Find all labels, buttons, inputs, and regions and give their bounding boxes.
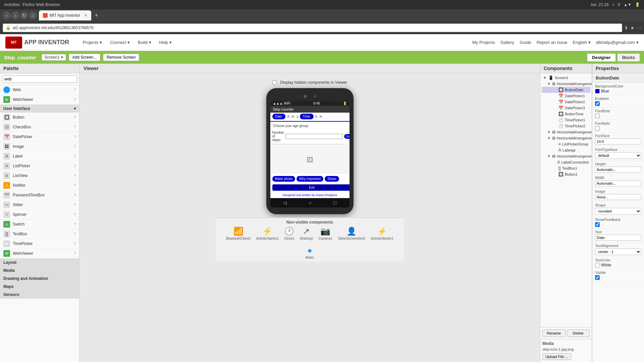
upload-file-button[interactable]: Upload File ... xyxy=(542,353,571,360)
tree-labelconnection[interactable]: A LabelConnection xyxy=(542,159,590,165)
switch-help[interactable]: ? xyxy=(74,222,76,226)
palette-item-label[interactable]: A Label ? xyxy=(0,152,79,161)
tree-datepicker2[interactable]: 📅 DatePicker2 xyxy=(542,99,590,105)
passwordtextbox-help[interactable]: ? xyxy=(74,193,76,197)
tree-timepicker1[interactable]: 🕐 TimePicker1 xyxy=(542,117,590,123)
text-input[interactable] xyxy=(595,235,641,241)
fonttypeface-select[interactable]: default serif monospace xyxy=(595,152,641,159)
bookmark-icon[interactable]: ★ xyxy=(630,25,635,31)
tree-screen1[interactable]: ▼ 📱 Screen1 xyxy=(542,75,590,81)
tree-datepicker1[interactable]: 📅 DatePicker1 xyxy=(542,93,590,99)
webviewer-help-icon[interactable]: ? xyxy=(74,98,76,102)
phone-recents-nav[interactable]: □ xyxy=(333,200,336,205)
visible-checkbox[interactable] xyxy=(595,275,600,280)
palette-item-timepicker[interactable]: 🕐 TimePicker ? xyxy=(0,239,79,249)
download-icon[interactable]: ⬇ xyxy=(624,25,628,31)
listview-help[interactable]: ? xyxy=(74,174,76,178)
phone-exit-btn[interactable]: Exit xyxy=(272,184,350,191)
guide-link[interactable]: Guide xyxy=(520,40,531,45)
prop-bgcolor-value[interactable]: Blue xyxy=(595,89,641,94)
prop-textcolor-value[interactable]: White xyxy=(595,263,641,267)
web-help-icon[interactable]: ? xyxy=(74,88,76,92)
browser-tab[interactable]: MIT App Inventor ✕ xyxy=(39,10,91,20)
user-interface-section[interactable]: User Interface ▾ xyxy=(0,105,79,113)
tree-ha3[interactable]: ▼ ⊞ HorizontalArrangement xyxy=(542,135,590,141)
width-input[interactable] xyxy=(595,180,641,186)
showfeedback-checkbox[interactable] xyxy=(595,222,600,227)
my-projects-link[interactable]: My Projects xyxy=(472,40,495,45)
palette-item-button[interactable]: 🔲 Button ? xyxy=(0,113,79,122)
palette-search-input[interactable] xyxy=(2,75,77,83)
screen1-toggle[interactable]: ▼ xyxy=(543,76,547,80)
phone-done-btn[interactable]: Done xyxy=(344,134,349,139)
notifier-help[interactable]: ? xyxy=(74,183,76,187)
palette-item-image[interactable]: 🖼 Image ? xyxy=(0,142,79,152)
add-screen-button[interactable]: Add Screen... xyxy=(69,54,101,61)
ha3-toggle[interactable]: ▼ xyxy=(547,136,551,140)
shape-select[interactable]: rounded default oval rect xyxy=(595,208,641,215)
phone-share-btn[interactable]: Share xyxy=(325,176,339,182)
palette-item-datepicker[interactable]: 📅 DatePicker ? xyxy=(0,132,79,142)
language-selector[interactable]: English ▾ xyxy=(573,40,591,45)
fontbold-checkbox[interactable] xyxy=(595,114,600,118)
ha2-toggle[interactable]: ▼ xyxy=(547,130,551,134)
screen-selector[interactable]: Screen1 ▾ xyxy=(42,54,66,61)
palette-item-spinner[interactable]: ○ Spinner ? xyxy=(0,210,79,220)
reload-button[interactable]: ↻ xyxy=(20,11,28,19)
datepicker-help[interactable]: ? xyxy=(74,135,76,139)
phone-steps-input[interactable] xyxy=(285,134,343,139)
activities-label[interactable]: Activities xyxy=(4,2,20,7)
hidden-components-checkbox[interactable] xyxy=(272,80,277,85)
listpicker-help[interactable]: ? xyxy=(74,164,76,168)
phone-why-important-btn[interactable]: Why important xyxy=(297,176,323,182)
hidden-components-toggle[interactable]: Display hidden components in Viewer xyxy=(272,80,347,85)
palette-item-slider[interactable]: — Slider ? xyxy=(0,200,79,210)
slider-help[interactable]: ? xyxy=(74,203,76,207)
palette-item-textbox[interactable]: [] TextBox ? xyxy=(0,229,79,239)
report-issue-link[interactable]: Report an Issue xyxy=(537,40,568,45)
tree-ha4[interactable]: ▼ ⊞ HorizontalArrangement xyxy=(542,153,590,159)
ha4-toggle[interactable]: ▼ xyxy=(547,154,551,158)
layout-section[interactable]: Layout xyxy=(0,258,79,266)
designer-button[interactable]: Designer xyxy=(587,53,616,62)
new-tab-button[interactable]: + xyxy=(95,12,98,19)
tree-button1[interactable]: 🔲 Button1 xyxy=(542,171,590,177)
palette-item-web[interactable]: 🌐 Web ? xyxy=(0,85,79,95)
nav-projects[interactable]: Projects ▾ xyxy=(79,39,105,46)
height-input[interactable] xyxy=(595,167,641,173)
tree-ha1[interactable]: ▼ ⊞ HorizontalArrangement xyxy=(542,81,590,87)
back-button[interactable]: ‹ xyxy=(3,11,11,19)
palette-item-webviewer[interactable]: W WebViewer ? xyxy=(0,95,79,105)
nav-help[interactable]: Help ▾ xyxy=(156,39,175,46)
palette-item-switch[interactable]: ⊙ Switch ? xyxy=(0,220,79,229)
textbox-help[interactable]: ? xyxy=(74,232,76,236)
image-help[interactable]: ? xyxy=(74,144,76,148)
fontsize-input[interactable] xyxy=(595,138,641,144)
tree-labelge[interactable]: A Labelge xyxy=(542,147,590,153)
tree-buttondate[interactable]: 🔲 ButtonDate xyxy=(542,87,590,93)
nav-build[interactable]: Build ▾ xyxy=(135,39,155,46)
delete-button[interactable]: Delete xyxy=(567,329,590,337)
palette-item-passwordtextbox[interactable]: *** PasswordTextBox ? xyxy=(0,190,79,200)
sensors-section[interactable]: Sensors xyxy=(0,291,79,299)
fontitalic-checkbox[interactable] xyxy=(595,126,600,131)
maps-section[interactable]: Maps xyxy=(0,283,79,291)
home-button[interactable]: ⌂ xyxy=(29,11,37,19)
palette-item-checkbox[interactable]: ☑ CheckBox ? xyxy=(0,122,79,132)
browser-label[interactable]: Firefox Web Browser xyxy=(22,2,60,7)
spinner-help[interactable]: ? xyxy=(74,213,76,217)
phone-back-nav[interactable]: ◁ xyxy=(283,200,287,205)
palette-item-notifier[interactable]: ⚠ Notifier ? xyxy=(0,181,79,190)
nav-connect[interactable]: Connect ▾ xyxy=(107,39,133,46)
phone-make-photo-btn[interactable]: Make photo xyxy=(272,176,295,182)
textalignment-select[interactable]: center : 1 left : 0 right : 2 xyxy=(595,248,641,255)
tree-buttontime[interactable]: 🔲 ButtonTime xyxy=(542,111,590,117)
timepicker-help[interactable]: ? xyxy=(74,242,76,246)
ha1-toggle[interactable]: ▼ xyxy=(547,82,551,86)
palette-item-listpicker[interactable]: ≡ ListPicker ? xyxy=(0,161,79,171)
phone-time-btn[interactable]: Time: xyxy=(300,114,314,119)
tree-textbox1[interactable]: [] TextBox1 xyxy=(542,165,590,171)
phone-home-nav[interactable]: ○ xyxy=(309,200,312,205)
address-bar[interactable]: 🔒 ai2.appinventor.mit.edu/#5108513653784… xyxy=(3,23,622,32)
image-input[interactable] xyxy=(595,194,641,200)
